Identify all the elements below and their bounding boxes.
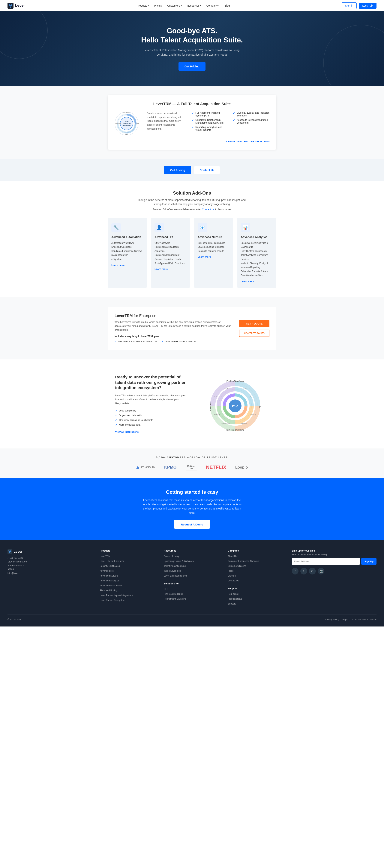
footer-link-customer-stories[interactable]: Customers Stories (228, 565, 246, 567)
svg-text:Channels: Channels (209, 402, 211, 411)
footer-link-customer-experience[interactable]: Customer Experience Overview (228, 560, 259, 562)
footer-link-about[interactable]: About Us (228, 555, 237, 558)
integrations-section: Ready to uncover the potential of talent… (0, 360, 384, 448)
footer-link-partnerships[interactable]: Lever Partnerships & Integrations (100, 594, 133, 597)
addons-title: Solution Add-Ons (7, 190, 377, 196)
footer-link-levertrm[interactable]: LeverTRM (100, 555, 110, 558)
enterprise-actions: GET A QUOTE CONTACT SALES (239, 314, 270, 343)
footer-link-recruitment-marketing[interactable]: Recruitment Marketing (164, 597, 186, 600)
check-icon-3: ✓ (233, 112, 235, 115)
footer-link-advanced-analytics[interactable]: Advanced Analytics (100, 579, 119, 582)
get-quote-button[interactable]: GET A QUOTE (239, 320, 270, 327)
check-icon-0: ✓ (191, 112, 194, 115)
benefit-check-2: ✓ (115, 418, 117, 422)
hero-cta-button[interactable]: Get Pricing (178, 62, 206, 71)
nav-products[interactable]: Products (137, 4, 149, 7)
addon-features-analytics: Executive Level Analytics & Dashboards F… (241, 241, 273, 278)
trm-feature-2: ✓ Reporting, Analytics, and Visual Insig… (191, 126, 229, 131)
svg-text:Sync: Sync (250, 396, 254, 398)
addon-features-hr: Offer Approvals Requisition & Headcount … (154, 241, 186, 266)
nav-pricing[interactable]: Pricing (154, 4, 162, 7)
footer-link-advanced-hr[interactable]: Advanced HR (100, 569, 114, 572)
trm-card: LeverTRM — A Full Talent Acquisition Sui… (108, 95, 276, 150)
addons-contact-link[interactable]: Contact us (202, 208, 214, 211)
footer-link-help[interactable]: Help center (228, 593, 239, 595)
footer-link-contact[interactable]: Contact Us (228, 579, 239, 582)
addon-learn-more-automation[interactable]: Learn more (111, 264, 143, 267)
footer-link-support[interactable]: Support (228, 602, 236, 605)
nav-actions: Sign in Let's Talk (342, 2, 377, 9)
addon-icon-nurture: 📧 (198, 223, 207, 232)
logo-netflix: NETFLIX (206, 464, 226, 470)
footer-link-talent-blog[interactable]: Talent Innovation blog (164, 565, 186, 567)
footer-link-advanced-nurture[interactable]: Advanced Nurture (100, 575, 118, 577)
footer-link-dei[interactable]: DEI (164, 588, 168, 590)
enterprise-description: Whether you're trying to predict which c… (114, 320, 232, 332)
svg-text:Hire: Hire (259, 405, 261, 409)
footer-legal-link[interactable]: Legal (342, 618, 347, 621)
footer-link-press[interactable]: Press (228, 569, 234, 572)
footer-link-high-volume[interactable]: High Volume Hiring (164, 593, 183, 595)
benefit-check-0: ✓ (115, 409, 117, 412)
footer-privacy-link[interactable]: Privacy Policy (325, 618, 339, 621)
get-pricing-button[interactable]: Get Pricing (164, 166, 191, 174)
addons-contact-text: Solution Add-Ons are available a-la-cart… (7, 208, 377, 211)
svg-text:Pre-Hire Workflows: Pre-Hire Workflows (226, 380, 244, 382)
footer-link-levertrm-enterprise[interactable]: LeverTRM for Enterprise (100, 560, 124, 562)
nav-company[interactable]: Company (206, 4, 219, 7)
logo[interactable]: Lever (7, 3, 25, 9)
footer-link-product-status[interactable]: Product status (228, 597, 242, 600)
lets-talk-button[interactable]: Let's Talk (359, 3, 377, 9)
view-all-integrations-link[interactable]: View all integrations (115, 430, 139, 433)
integrations-benefits: ✓Less complexity ✓Org-wide collaboration… (115, 409, 186, 426)
addon-features-automation: Automation Workflows Knockout Questions … (111, 241, 143, 261)
addon-title-hr: Advanced HR (154, 235, 186, 239)
footer-brand: Lever (415) 458-2731 1126 Mission Street… (7, 549, 92, 607)
addon-learn-more-hr[interactable]: Learn more (154, 268, 186, 271)
contact-sales-button[interactable]: CONTACT SALES (239, 330, 270, 337)
trm-title: LeverTRM — A Full Talent Acquisition Sui… (114, 102, 270, 106)
svg-text:LinkedIn: LinkedIn (223, 388, 229, 390)
footer-link-engineering[interactable]: Lever Engineering blog (164, 575, 187, 577)
addon-learn-more-nurture[interactable]: Learn more (198, 255, 230, 258)
nav-blog[interactable]: Blog (224, 4, 230, 7)
newsletter-signup-button[interactable]: Sign Up (361, 558, 377, 565)
footer-link-events[interactable]: Upcoming Events & Webinars (164, 560, 194, 562)
addon-title-analytics: Advanced Analytics (241, 235, 273, 239)
footer-link-careers[interactable]: Careers (228, 575, 236, 577)
footer-link-partner-ecosystem[interactable]: Lever Partner Ecosystem (100, 599, 125, 601)
contact-us-button[interactable]: Contact Us (194, 166, 220, 174)
request-demo-button[interactable]: Request A Demo (174, 520, 210, 529)
enterprise-section: LeverTRM for Enterprise Whether you're t… (0, 297, 384, 360)
benefit-2: ✓One view across all touchpoints (115, 418, 186, 422)
integrations-title: Ready to uncover the potential of talent… (115, 374, 186, 391)
nav-customers[interactable]: Customers (167, 4, 182, 7)
getting-started-description: Lever offers solutions that make it even… (141, 498, 243, 515)
footer-link-inside-lever[interactable]: Inside Lever blog (164, 569, 181, 572)
addons-subtitle: Indulge in the benefits of more sophisti… (136, 198, 248, 207)
customers-title: 5,000+ CUSTOMERS WORLDWIDE TRUST LEVER (7, 456, 377, 459)
sign-in-button[interactable]: Sign in (342, 2, 357, 9)
twitter-icon[interactable]: t (301, 568, 307, 575)
footer-link-content-library[interactable]: Content Library (164, 555, 179, 558)
footer-link-security[interactable]: Security Certificates (100, 565, 120, 567)
hero-section: Good-bye ATS. Hello Talent Acquisition S… (0, 11, 384, 86)
addons-grid: 🔧 Advanced Automation Automation Workflo… (108, 218, 276, 288)
footer-do-not-sell-link[interactable]: Do not sell my information (350, 618, 377, 621)
footer-address-3: 94103 (7, 567, 92, 571)
footer-link-plans-pricing[interactable]: Plans and Pricing (100, 589, 117, 592)
logo-loopio: Loopio (235, 465, 248, 469)
facebook-icon[interactable]: f (292, 568, 299, 575)
benefit-check-1: ✓ (115, 414, 117, 417)
footer-resources: Resources Content Library Upcoming Event… (164, 549, 220, 607)
linkedin-icon[interactable]: in (309, 568, 316, 575)
instagram-icon[interactable]: 📷 (318, 568, 324, 575)
footer-link-advanced-automation[interactable]: Advanced Automation (100, 584, 122, 587)
svg-text:NURTURE: NURTURE (115, 123, 121, 124)
nav-resources[interactable]: Resources (187, 4, 201, 7)
footer-address-1: 1126 Mission Street (7, 560, 92, 564)
trm-feature-breakdown-link[interactable]: VIEW DETAILED FEATURE BREAKDOWN (226, 140, 270, 143)
newsletter-email-input[interactable] (292, 558, 360, 565)
addon-learn-more-analytics[interactable]: Learn more (241, 280, 273, 283)
integrations-diagram: DATA Pre-Hire Workflows Post-Hire Workfl… (198, 379, 269, 428)
